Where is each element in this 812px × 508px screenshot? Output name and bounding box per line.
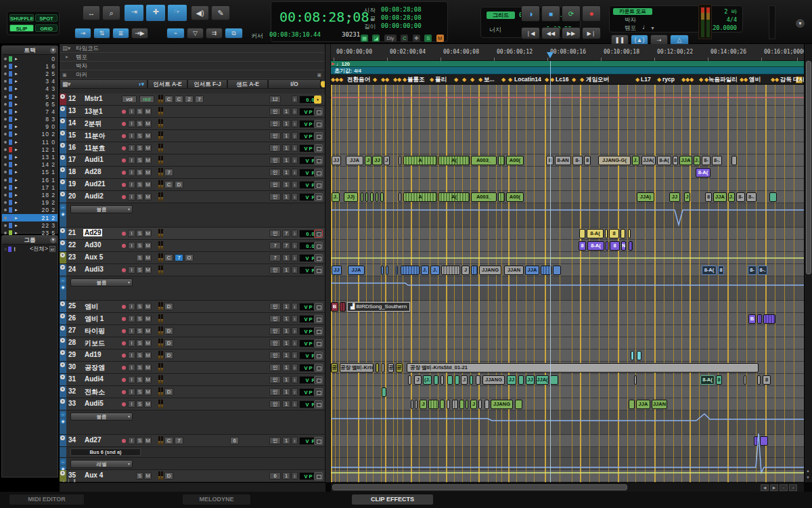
mute-button[interactable]: M (144, 144, 152, 152)
tab-melodyne[interactable]: MELODYNE (183, 494, 250, 505)
io-output[interactable]: 1 (282, 400, 290, 408)
main-counter[interactable]: 00:08:28;08 (279, 9, 369, 25)
io-input[interactable]: 인 (269, 169, 281, 176)
group-list-menu-icon[interactable]: ▼ (50, 237, 56, 243)
io-input[interactable]: 인 (269, 193, 281, 200)
track-header-row[interactable]: ▾31Audi4ISM인1↕V P (60, 374, 325, 386)
record-enable-dot[interactable] (122, 354, 126, 358)
zoomer-tool[interactable]: ⌕ (102, 5, 120, 20)
track-column-header[interactable]: ▦▾◑▾ (60, 79, 148, 89)
delay-comp-icon[interactable]: Dly (384, 35, 397, 42)
track-header-row[interactable]: ▾1511분아ISM인1↕V P P (60, 130, 325, 142)
track-collapse-icon[interactable]: ▾ (60, 94, 65, 99)
count-off-label[interactable]: 카운트 오프 (613, 8, 652, 15)
io-updown-icon[interactable]: ↕ (292, 108, 298, 115)
io-output[interactable]: 1 (282, 376, 290, 383)
io-output[interactable]: 1 (282, 352, 290, 359)
io-updown-icon[interactable]: ↕ (292, 388, 298, 396)
inserts-fj-column[interactable]: 인서트 F-J (187, 79, 227, 89)
track-list-item[interactable]: ►19 2 (2, 199, 58, 207)
track-list-item[interactable]: ►3 4 (2, 78, 58, 85)
io-input[interactable]: 인 (269, 108, 281, 115)
solo-button[interactable]: S (136, 472, 143, 480)
track-list-item[interactable]: ►8 3 (2, 116, 58, 123)
mute-button[interactable]: M (144, 327, 152, 335)
toolbar-options-icon[interactable]: ▼ (796, 19, 805, 28)
solo-button[interactable]: S (136, 315, 143, 322)
record-enable-dot[interactable] (122, 183, 126, 187)
io-input[interactable]: 인 (269, 230, 281, 237)
mute-button[interactable]: M (144, 400, 152, 408)
automation-lane-header[interactable]: −◆볼륨 (60, 276, 325, 301)
automation-button[interactable] (314, 156, 323, 165)
io-output[interactable]: 7 (282, 230, 290, 237)
track-name[interactable]: Audi1 (83, 156, 105, 163)
tab-clip-effects[interactable]: CLIP EFFECTS (352, 494, 433, 505)
input-monitor-button[interactable]: I (128, 327, 135, 335)
track-collapse-icon[interactable]: ▾ (60, 240, 65, 245)
mode-slip-button[interactable]: SLIP (9, 24, 34, 32)
meter-value[interactable]: 4/4 (727, 16, 737, 23)
grabber-tool[interactable]: ☞ (167, 4, 187, 22)
automation-lane-header[interactable]: −◆볼륨 (60, 410, 325, 435)
track-header-row[interactable]: ▾20Audi2ISM인1↕V P (60, 191, 325, 203)
count-off-value[interactable]: 2 바 (724, 8, 737, 16)
track-collapse-icon[interactable]: ▾ (60, 314, 65, 318)
red-badge[interactable]: red (139, 96, 154, 103)
trim-tool[interactable]: ⇥ (124, 4, 144, 22)
track-header-row[interactable]: ▾29Ad19ISMD인1↕V P (60, 350, 325, 362)
io-updown-icon[interactable]: ↕ (292, 472, 298, 480)
lane-type-dropdown[interactable]: 볼륨 (70, 278, 133, 287)
link-timeline-button[interactable]: ⌁ (166, 28, 185, 39)
io-input[interactable]: 12 (269, 96, 281, 103)
insert-slot[interactable]: 7 (195, 96, 204, 103)
io-output[interactable]: 1 (282, 364, 290, 371)
track-list-item[interactable]: ►15 1 (2, 169, 58, 176)
solo-button[interactable]: S (136, 108, 143, 115)
track-name[interactable]: Aux 4 (83, 471, 104, 479)
track-collapse-icon[interactable]: ▾ (60, 350, 65, 355)
lane-add-icon[interactable]: ◆ (60, 211, 66, 217)
input-monitor-button[interactable]: I (128, 181, 135, 188)
vol-badge[interactable]: vol (122, 96, 137, 103)
io-updown-icon[interactable]: ↕ (292, 254, 298, 261)
vertical-scroll-thumb[interactable] (806, 61, 811, 274)
insert-slot[interactable]: 7 (175, 437, 183, 444)
io-input[interactable]: 인 (269, 156, 281, 164)
mute-button[interactable]: M (144, 266, 152, 274)
io-output[interactable]: 1 (282, 315, 290, 322)
io-output[interactable]: 1 (282, 266, 290, 274)
track-header-row[interactable]: ▾25엠비ISMD인1↕V P P (60, 301, 325, 313)
io-input[interactable]: 인 (269, 315, 281, 322)
track-name[interactable]: Audi3 (83, 266, 105, 273)
io-output[interactable]: 1 (282, 193, 290, 200)
track-collapse-icon[interactable]: ▾ (60, 338, 65, 343)
freeze-icon[interactable]: ❉ (413, 35, 420, 42)
track-list-item[interactable]: ►11 0 (2, 138, 58, 146)
track-name[interactable]: Audi5 (83, 400, 105, 407)
lane-type-dropdown[interactable]: 볼륨 (70, 412, 133, 421)
insert-slot[interactable]: 7 (175, 254, 183, 261)
record-enable-dot[interactable] (122, 341, 126, 345)
solo-button[interactable]: S (136, 120, 143, 127)
solo-button[interactable]: S (136, 230, 143, 237)
scrubber-tool[interactable]: ◀) (191, 5, 209, 20)
group-list-header[interactable]: 그룹▼ (2, 236, 58, 245)
automation-button[interactable] (314, 169, 323, 177)
track-collapse-icon[interactable]: ▾ (60, 436, 65, 440)
input-monitor-button[interactable]: I (128, 242, 135, 249)
track-collapse-icon[interactable]: ▾ (60, 228, 65, 233)
mute-button[interactable]: M (144, 437, 152, 444)
rewind-button[interactable]: ◀◀ (541, 27, 560, 39)
record-enable-dot[interactable] (122, 146, 126, 150)
track-name[interactable]: Ad29 (83, 229, 102, 236)
io-output[interactable]: 1 (282, 169, 290, 176)
record-enable-dot[interactable] (122, 390, 126, 394)
io-updown-icon[interactable]: ↕ (292, 132, 298, 140)
solo-button[interactable]: S (136, 327, 143, 335)
io-updown-icon[interactable]: ↕ (292, 193, 298, 200)
mute-button[interactable]: M (144, 230, 152, 237)
record-enable-dot[interactable] (122, 122, 126, 126)
tempo-label[interactable]: 템포 (625, 24, 636, 33)
nudge-label[interactable]: 너지 (489, 26, 501, 35)
